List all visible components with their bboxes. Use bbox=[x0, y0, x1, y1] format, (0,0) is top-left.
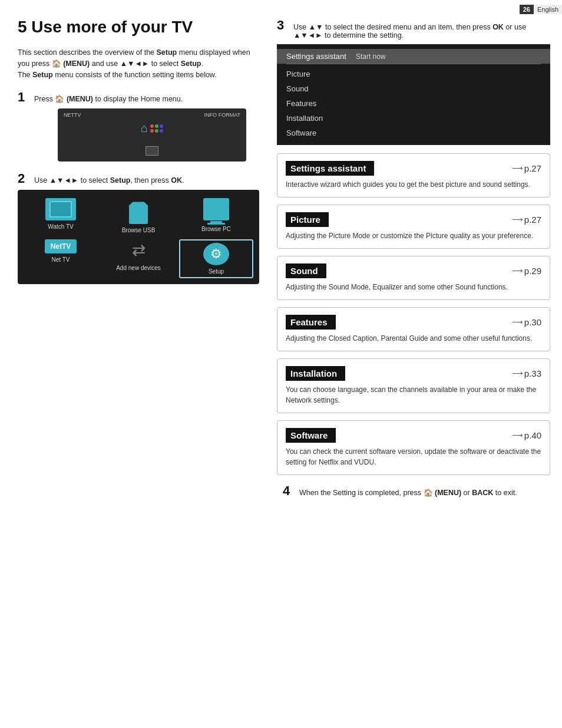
section-card-sound: Sound ⟶ p.29 Adjusting the Sound Mode, E… bbox=[277, 256, 550, 300]
menu-item-picture[interactable]: Picture bbox=[277, 67, 550, 81]
home-icon-area: ⌂ bbox=[141, 121, 163, 135]
step-4-number: 4 bbox=[283, 483, 295, 499]
section-card-settings-assistant: Settings assistant ⟶ p.27 Interactive wi… bbox=[277, 153, 550, 197]
menu-item-sound[interactable]: Sound bbox=[277, 81, 550, 96]
section-page-settings-assistant: ⟶ p.27 bbox=[512, 163, 541, 173]
section-title-installation: Installation bbox=[286, 366, 345, 381]
arrow-icon-features: ⟶ bbox=[512, 318, 523, 327]
home-item-browse-usb[interactable]: Browse USB bbox=[101, 198, 176, 233]
section-card-software: Software ⟶ p.40 You can check the curren… bbox=[277, 420, 550, 475]
step-4: 4 When the Setting is completed, press 🏠… bbox=[277, 483, 550, 499]
step-2-text: Use ▲▼◄► to select Setup, then press OK. bbox=[34, 176, 184, 185]
start-now-text: Start now bbox=[356, 52, 386, 61]
right-column: 3 Use ▲▼ to select the desired menu and … bbox=[271, 12, 562, 510]
menu-item-features[interactable]: Features bbox=[277, 96, 550, 111]
tv-channel-display bbox=[146, 146, 158, 156]
info-label: INFO bbox=[204, 112, 217, 118]
section-desc-settings-assistant: Interactive wizard which guides you to g… bbox=[286, 179, 541, 190]
section-page-picture: ⟶ p.27 bbox=[512, 215, 541, 225]
page-badge: 26 English bbox=[520, 5, 562, 14]
section-page-software: ⟶ p.40 bbox=[512, 430, 541, 440]
home-item-setup[interactable]: ⚙ Setup bbox=[179, 239, 253, 278]
home-item-label-add-devices: Add new devices bbox=[116, 265, 161, 271]
arrow-icon-software: ⟶ bbox=[512, 431, 523, 440]
section-title-sound: Sound bbox=[286, 263, 326, 278]
step-2-number: 2 bbox=[18, 171, 29, 186]
menu-item-software-label: Software bbox=[286, 129, 316, 137]
section-desc-installation: You can choose language, scan the channe… bbox=[286, 384, 541, 406]
settings-menu-display: Settings assistant Start now Picture Sou… bbox=[277, 44, 550, 145]
step-1: 1 Press 🏠 (MENU) to display the Home men… bbox=[18, 90, 259, 162]
section-title-picture: Picture bbox=[286, 212, 329, 227]
menu-item-picture-label: Picture bbox=[286, 70, 310, 78]
section-page-features: ⟶ p.30 bbox=[512, 317, 541, 327]
page-number: 26 bbox=[520, 5, 534, 14]
home-menu-mockup: Watch TV Browse USB Browse PC bbox=[18, 190, 259, 284]
menu-item-sound-label: Sound bbox=[286, 84, 309, 93]
step-2: 2 Use ▲▼◄► to select Setup, then press O… bbox=[18, 171, 259, 284]
section-desc-software: You can check the current software versi… bbox=[286, 446, 541, 467]
home-item-browse-pc[interactable]: Browse PC bbox=[179, 198, 253, 233]
home-item-add-devices[interactable]: ⇄ Add new devices bbox=[101, 239, 176, 278]
home-item-label-browse-pc: Browse PC bbox=[201, 226, 231, 232]
tv-screen-mockup: FORMAT NETTV INFO ⌂ bbox=[58, 108, 246, 162]
home-item-watch-tv[interactable]: Watch TV bbox=[24, 198, 98, 233]
section-desc-picture: Adjusting the Picture Mode or customize … bbox=[286, 230, 541, 241]
menu-item-installation-label: Installation bbox=[286, 114, 323, 123]
menu-item-installation[interactable]: Installation bbox=[277, 111, 550, 126]
section-card-picture: Picture ⟶ p.27 Adjusting the Picture Mod… bbox=[277, 205, 550, 249]
menu-item-features-label: Features bbox=[286, 99, 316, 108]
home-item-label-net-tv: Net TV bbox=[52, 256, 70, 263]
section-title-software: Software bbox=[286, 428, 336, 443]
step-1-text: Press 🏠 (MENU) to display the Home menu. bbox=[34, 94, 183, 103]
section-card-features: Features ⟶ p.30 Adjusting the Closed Cap… bbox=[277, 307, 550, 351]
format-label: FORMAT bbox=[219, 112, 240, 118]
home-item-label-watch-tv: Watch TV bbox=[48, 223, 73, 230]
arrow-icon-sound: ⟶ bbox=[512, 266, 523, 275]
section-card-installation: Installation ⟶ p.33 You can choose langu… bbox=[277, 358, 550, 413]
page-title: 5 Use more of your TV bbox=[18, 18, 259, 37]
step-1-number: 1 bbox=[18, 90, 29, 105]
section-desc-sound: Adjusting the Sound Mode, Equalizer and … bbox=[286, 282, 541, 292]
arrow-icon-settings-assistant: ⟶ bbox=[512, 164, 523, 173]
section-title-features: Features bbox=[286, 315, 336, 330]
home-item-label-browse-usb: Browse USB bbox=[122, 227, 156, 233]
left-column: 5 Use more of your TV This section descr… bbox=[0, 12, 271, 510]
section-title-settings-assistant: Settings assistant bbox=[286, 161, 374, 176]
nettv-label: NETTV bbox=[64, 112, 81, 118]
menu-item-software[interactable]: Software bbox=[277, 126, 550, 140]
intro-paragraph: This section describes the overview of t… bbox=[18, 47, 259, 80]
step-4-text: When the Setting is completed, press 🏠 (… bbox=[299, 488, 517, 497]
section-page-installation: ⟶ p.33 bbox=[512, 368, 541, 378]
page-language: English bbox=[534, 5, 562, 14]
arrow-icon-picture: ⟶ bbox=[512, 215, 523, 224]
menu-item-settings-assistant[interactable]: Settings assistant Start now bbox=[277, 49, 550, 64]
home-menu-grid: Watch TV Browse USB Browse PC bbox=[24, 198, 253, 278]
arrow-icon-installation: ⟶ bbox=[512, 369, 523, 378]
section-desc-features: Adjusting the Closed Caption, Parental G… bbox=[286, 333, 541, 344]
step-3-text: Use ▲▼ to select the desired menu and an… bbox=[293, 23, 550, 39]
home-item-net-tv[interactable]: NetTV Net TV bbox=[24, 239, 98, 278]
menu-item-settings-assistant-label: Settings assistant bbox=[286, 52, 346, 61]
step-3-number: 3 bbox=[277, 18, 289, 33]
home-item-label-setup: Setup bbox=[209, 268, 224, 275]
section-page-sound: ⟶ p.29 bbox=[512, 266, 541, 276]
step-3-header: 3 Use ▲▼ to select the desired menu and … bbox=[277, 18, 550, 39]
